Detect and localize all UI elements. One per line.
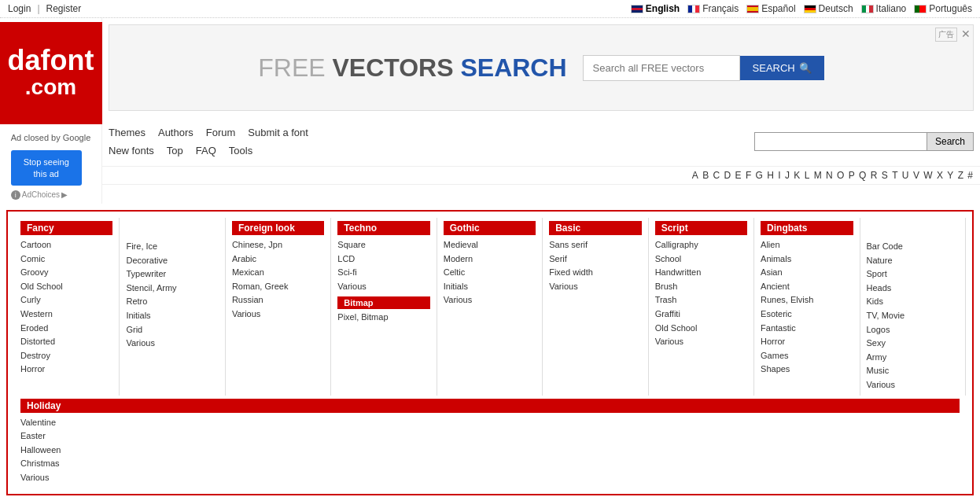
cat-various-basic[interactable]: Various [549, 280, 641, 294]
cat-fixed-width[interactable]: Fixed width [549, 266, 641, 280]
nav-authors[interactable]: Authors [158, 123, 206, 142]
cat-sexy[interactable]: Sexy [867, 337, 959, 351]
lang-portuguese[interactable]: Português [914, 3, 972, 14]
alpha-letter-v[interactable]: V [913, 170, 919, 181]
cat-music[interactable]: Music [867, 364, 959, 378]
cat-animals[interactable]: Animals [761, 252, 853, 267]
cat-calligraphy[interactable]: Calligraphy [655, 238, 747, 252]
stop-seeing-button[interactable]: Stop seeing this ad [11, 150, 82, 186]
alpha-letter-u[interactable]: U [902, 170, 909, 181]
cat-old-school-script[interactable]: Old School [655, 322, 747, 336]
cat-brush[interactable]: Brush [655, 280, 747, 294]
alpha-letter-l[interactable]: L [805, 170, 810, 181]
register-link[interactable]: Register [46, 3, 82, 14]
cat-various-foreign[interactable]: Various [232, 307, 324, 322]
cat-sport[interactable]: Sport [867, 267, 959, 282]
cat-graffiti[interactable]: Graffiti [655, 307, 747, 322]
nav-themes[interactable]: Themes [109, 123, 158, 142]
cat-horror-ding[interactable]: Horror [761, 335, 853, 349]
alpha-letter-h[interactable]: H [767, 170, 774, 181]
logo[interactable]: dafont .com [0, 22, 102, 124]
cat-modern[interactable]: Modern [444, 252, 536, 267]
cat-lcd[interactable]: LCD [337, 252, 429, 267]
cat-decorative[interactable]: Decorative [126, 254, 218, 268]
alpha-letter-j[interactable]: J [785, 170, 790, 181]
alpha-letter-o[interactable]: O [837, 170, 844, 181]
nav-faq[interactable]: FAQ [196, 142, 229, 160]
cat-medieval[interactable]: Medieval [444, 238, 536, 252]
cat-roman[interactable]: Roman, Greek [232, 280, 324, 294]
cat-retro[interactable]: Retro [126, 295, 218, 309]
login-link[interactable]: Login [8, 3, 31, 14]
alpha-letter-c[interactable]: C [713, 170, 720, 181]
cat-fantastic[interactable]: Fantastic [761, 322, 853, 336]
cat-grid[interactable]: Grid [126, 323, 218, 337]
alpha-letter-s[interactable]: S [882, 170, 888, 181]
alpha-letter-r[interactable]: R [871, 170, 878, 181]
search-input[interactable] [754, 132, 927, 151]
cat-alien[interactable]: Alien [761, 238, 853, 252]
nav-tools[interactable]: Tools [229, 142, 265, 160]
cat-runes[interactable]: Runes, Elvish [761, 293, 853, 307]
nav-submit[interactable]: Submit a font [248, 123, 321, 142]
lang-german[interactable]: Deutsch [804, 3, 853, 14]
cat-groovy[interactable]: Groovy [20, 266, 112, 280]
cat-curly[interactable]: Curly [20, 293, 112, 307]
cat-heads[interactable]: Heads [867, 282, 959, 296]
search-button[interactable]: Search [927, 132, 974, 151]
cat-halloween[interactable]: Halloween [20, 444, 960, 458]
cat-esoteric[interactable]: Esoteric [761, 307, 853, 322]
cat-mexican[interactable]: Mexican [232, 266, 324, 280]
cat-typewriter[interactable]: Typewriter [126, 267, 218, 282]
cat-various-ding[interactable]: Various [867, 378, 959, 392]
cat-serif[interactable]: Serif [549, 252, 641, 267]
alpha-letter-i[interactable]: I [778, 170, 780, 181]
cat-ancient[interactable]: Ancient [761, 280, 853, 294]
cat-header-basic[interactable]: Basic [549, 221, 641, 235]
alpha-letter-q[interactable]: Q [859, 170, 866, 181]
cat-fire-ice[interactable]: Fire, Ice [126, 240, 218, 254]
cat-header-fancy[interactable]: Fancy [20, 221, 112, 235]
cat-header-techno[interactable]: Techno [337, 221, 429, 235]
alpha-letter-m[interactable]: M [814, 170, 822, 181]
cat-header-foreign[interactable]: Foreign look [232, 221, 324, 235]
ad-search-input[interactable] [583, 55, 740, 81]
cat-initials-gothic[interactable]: Initials [444, 280, 536, 294]
cat-stencil[interactable]: Stencil, Army [126, 282, 218, 296]
cat-various-gothic[interactable]: Various [444, 293, 536, 307]
cat-kids[interactable]: Kids [867, 295, 959, 309]
nav-forum[interactable]: Forum [206, 123, 249, 142]
alpha-letter-#[interactable]: # [967, 170, 973, 181]
cat-christmas[interactable]: Christmas [20, 457, 960, 471]
cat-square[interactable]: Square [337, 238, 429, 252]
alpha-letter-e[interactable]: E [735, 170, 742, 181]
cat-header-dingbats[interactable]: Dingbats [761, 221, 853, 235]
cat-comic[interactable]: Comic [20, 252, 112, 267]
nav-new-fonts[interactable]: New fonts [109, 142, 167, 160]
cat-army[interactable]: Army [867, 351, 959, 365]
alpha-letter-n[interactable]: N [826, 170, 833, 181]
cat-nature[interactable]: Nature [867, 254, 959, 268]
cat-asian[interactable]: Asian [761, 266, 853, 280]
ad-choices[interactable]: i AdChoices ▶ [11, 190, 91, 200]
alpha-letter-g[interactable]: G [756, 170, 763, 181]
cat-russian[interactable]: Russian [232, 293, 324, 307]
alpha-letter-z[interactable]: Z [958, 170, 963, 181]
ad-close-button[interactable]: ✕ [961, 28, 971, 40]
alpha-letter-t[interactable]: T [892, 170, 897, 181]
alpha-letter-p[interactable]: P [849, 170, 855, 181]
cat-handwritten[interactable]: Handwritten [655, 266, 747, 280]
cat-western[interactable]: Western [20, 307, 112, 322]
cat-header-gothic[interactable]: Gothic [444, 221, 536, 235]
cat-header-script[interactable]: Script [655, 221, 747, 235]
lang-english[interactable]: English [631, 3, 680, 14]
cat-old-school[interactable]: Old School [20, 280, 112, 294]
cat-header-holiday[interactable]: Holiday [20, 399, 960, 413]
alpha-letter-f[interactable]: F [746, 170, 751, 181]
cat-cartoon[interactable]: Cartoon [20, 238, 112, 252]
cat-valentine[interactable]: Valentine [20, 416, 960, 430]
cat-chinese[interactable]: Chinese, Jpn [232, 238, 324, 252]
cat-scifi[interactable]: Sci-fi [337, 266, 429, 280]
cat-eroded[interactable]: Eroded [20, 322, 112, 336]
alpha-letter-x[interactable]: X [937, 170, 943, 181]
